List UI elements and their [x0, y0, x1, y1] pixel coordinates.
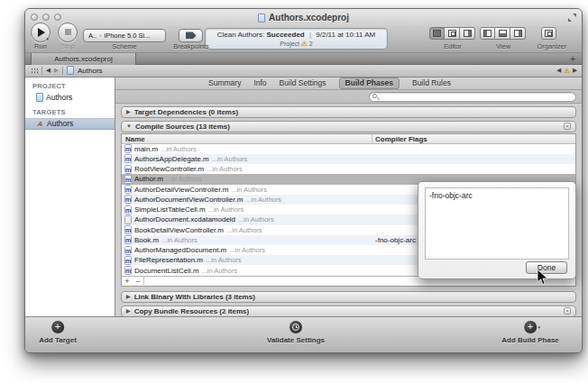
jumpbar-project-item[interactable]: Authors	[78, 67, 103, 75]
add-build-phase-button[interactable]: +▾ Add Build Phase	[501, 321, 559, 344]
compiler-flags-cell[interactable]: -fno-objc-arc	[375, 236, 416, 244]
add-file-button[interactable]: +	[122, 277, 133, 286]
file-name: Author.m	[134, 175, 163, 183]
plus-circle-icon: +▾	[524, 321, 537, 333]
compiler-flags-popover: -fno-objc-arc Done	[418, 181, 576, 279]
project-doc-icon	[36, 93, 43, 102]
standard-editor-icon	[433, 30, 441, 37]
source-file-icon: m	[124, 195, 132, 204]
column-header-compiler-flags[interactable]: Compiler Flags	[375, 135, 427, 143]
organizer-group	[541, 27, 556, 40]
chevron-right-icon: ›	[99, 32, 101, 39]
source-file-icon: m	[124, 144, 132, 153]
delete-phase-icon[interactable]: ×	[564, 123, 571, 130]
table-row[interactable]: m RootViewController.m ...in Authors	[122, 164, 575, 174]
assistant-editor-icon	[448, 30, 456, 37]
source-file-icon: m	[124, 246, 132, 255]
tab-authors-xcodeproj[interactable]: Authors.xcodeproj	[31, 53, 136, 65]
version-editor-button[interactable]	[460, 27, 475, 40]
organizer-button[interactable]	[541, 27, 556, 40]
source-file-icon: m	[124, 215, 132, 224]
version-editor-icon	[464, 30, 472, 37]
play-icon	[38, 28, 45, 37]
disclosure-collapsed-icon[interactable]: ▶	[126, 109, 131, 114]
plus-circle-icon: +	[51, 321, 64, 333]
scheme-selector[interactable]: A.. › iPhone 5.0 Si...	[83, 29, 166, 42]
run-button[interactable]: ▾	[31, 23, 51, 42]
build-status-result: Succeeded	[266, 31, 304, 39]
table-header: Name Compiler Flags	[122, 134, 575, 144]
project-navigator: PROJECT Authors TARGETS A Authors	[25, 78, 115, 317]
file-location: ...in Authors	[207, 165, 243, 173]
source-file-icon: m	[124, 225, 132, 234]
section-link-binary[interactable]: ▶ Link Binary With Libraries (3 items)	[121, 291, 576, 303]
stop-button[interactable]	[58, 23, 78, 42]
source-file-icon: m	[124, 185, 132, 194]
forward-button[interactable]: ▶	[54, 68, 59, 74]
breakpoints-label: Breakpoints	[173, 42, 209, 50]
sidebar-item-project-authors[interactable]: Authors	[25, 92, 115, 104]
section-title: Copy Bundle Resources (2 items)	[134, 307, 250, 315]
editor-tab[interactable]: Build Settings	[280, 78, 326, 87]
delete-phase-icon[interactable]: ×	[564, 307, 571, 315]
previous-issue-button[interactable]: ◀	[556, 68, 561, 74]
back-button[interactable]: ◀	[46, 68, 51, 74]
add-target-button[interactable]: + Add Target	[39, 321, 77, 344]
section-copy-bundle[interactable]: ▶ Copy Bundle Resources (2 items) ×	[121, 305, 576, 317]
section-title: Link Binary With Libraries (3 items)	[134, 293, 255, 301]
divider	[143, 277, 144, 285]
editor-tab[interactable]: Info	[253, 78, 266, 87]
debug-panel-button[interactable]	[495, 27, 510, 40]
sidebar-project-label: Authors	[46, 93, 72, 102]
file-name: AuthorDocument.xcdatamodeld	[134, 215, 235, 223]
source-file-icon: m	[124, 256, 132, 265]
disclosure-collapsed-icon[interactable]: ▶	[126, 308, 131, 314]
editor-tab[interactable]: Build Phases	[339, 78, 400, 89]
section-compile-sources[interactable]: ▼ Compile Sources (13 items) ×	[121, 121, 576, 132]
clock-icon	[289, 321, 302, 333]
new-tab-button[interactable]: +	[570, 53, 575, 65]
breakpoint-icon	[186, 32, 197, 39]
disclosure-collapsed-icon[interactable]: ▶	[126, 294, 131, 299]
editor-tab[interactable]: Build Rules	[412, 78, 451, 87]
assistant-editor-button[interactable]	[445, 27, 460, 40]
build-status-line: Clean Authors: Succeeded | 9/2/11 at 10:…	[206, 31, 387, 39]
file-location: ...in Authors	[245, 196, 281, 204]
project-issues-line[interactable]: Project ⚠ 2	[206, 41, 387, 48]
related-items-icon[interactable]	[31, 68, 38, 74]
view-label: View	[496, 42, 510, 50]
file-name: Book.m	[134, 236, 159, 244]
search-input[interactable]	[369, 92, 576, 102]
next-issue-button[interactable]: ▶	[573, 68, 577, 74]
table-row[interactable]: m main.m ...in Authors	[122, 144, 575, 154]
navigator-panel-button[interactable]	[480, 27, 495, 40]
file-name: main.m	[134, 145, 158, 153]
toolbar: ▾ A.. › iPhone 5.0 Si... Clean Authors: …	[25, 26, 582, 52]
editor-tab[interactable]: Summary	[208, 78, 241, 87]
fullscreen-icon[interactable]	[568, 14, 576, 22]
file-name: AuthorDetailViewController.m	[134, 186, 228, 194]
utilities-panel-button[interactable]	[510, 27, 526, 40]
remove-file-button[interactable]: −	[133, 277, 143, 286]
add-target-label: Add Target	[39, 336, 77, 344]
compiler-flags-textarea[interactable]: -fno-objc-arc	[425, 187, 569, 260]
table-row[interactable]: m AuthorsAppDelegate.m ...in Authors	[122, 154, 575, 164]
scheme-name: A..	[88, 32, 96, 40]
editor-label: Editor	[444, 42, 462, 50]
validate-settings-button[interactable]: Validate Settings	[267, 321, 325, 344]
breakpoints-button[interactable]	[179, 29, 203, 42]
editor-mode-segmented-control	[429, 27, 475, 40]
disclosure-expanded-icon[interactable]: ▼	[126, 123, 132, 129]
file-location: ...in Authors	[238, 215, 274, 223]
section-target-dependencies[interactable]: ▶ Target Dependencies (0 items)	[121, 106, 576, 118]
file-location: ...in Authors	[202, 267, 238, 275]
window-title: Authors.xcodeproj	[25, 9, 582, 26]
standard-editor-button[interactable]	[429, 27, 445, 40]
column-header-name[interactable]: Name	[125, 135, 145, 143]
file-location: ...in Authors	[166, 175, 202, 183]
sidebar-item-target-authors[interactable]: A Authors	[25, 118, 115, 130]
activity-viewer: Clean Authors: Succeeded | 9/2/11 at 10:…	[205, 28, 388, 50]
file-location: ...in Authors	[226, 226, 262, 234]
window-title-text: Authors.xcodeproj	[269, 13, 349, 23]
targets-section-header: TARGETS	[32, 108, 66, 116]
